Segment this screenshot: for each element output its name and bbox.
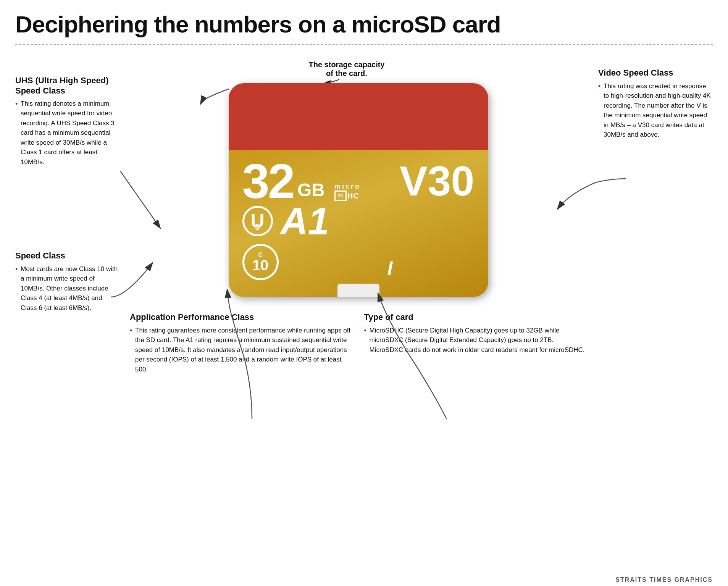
sd-card: 32 GB micro SD HC — [229, 83, 488, 297]
app-performance-section: Application Performance Class This ratin… — [130, 312, 353, 374]
capacity-number: 32 — [242, 157, 294, 206]
capacity-unit: GB — [297, 179, 325, 200]
page-container: Deciphering the numbers on a microSD car… — [0, 0, 728, 586]
type-of-card-title: Type of card — [364, 312, 587, 322]
video-speed-title: Video Speed Class — [598, 68, 713, 78]
uhs-badge: U 3 — [242, 206, 273, 236]
uhs-section: UHS (Ultra High Speed) Speed Class This … — [15, 76, 118, 167]
footer: STRAITS TIMES GRAPHICS — [615, 576, 713, 583]
v30-badge: V30 — [400, 160, 475, 202]
speed-class-number: 10 — [252, 258, 268, 273]
video-speed-bullet: This rating was created in response to h… — [598, 81, 713, 140]
app-performance-bullet: This rating guarantees more consistent p… — [130, 326, 353, 375]
sd-hc-row: SD HC — [334, 190, 361, 201]
speed-class-badge: C 10 — [242, 244, 279, 280]
sd-square-text: SD — [337, 194, 343, 199]
speed-class-title: Speed Class — [15, 251, 118, 261]
u-letter: U 3 — [250, 211, 264, 231]
micro-sd-logo: micro SD HC — [334, 182, 361, 202]
card-row1: 32 GB micro SD HC — [242, 157, 475, 206]
uhs-title: UHS (Ultra High Speed) Speed Class — [15, 76, 118, 96]
speed-class-bullet: Most cards are now Class 10 with a minim… — [15, 264, 118, 313]
type-of-card-bullet: MicroSDHC (Secure Digital High Capacity)… — [364, 326, 587, 355]
uhs-bullet-text: This rating denotes a minimum sequential… — [15, 99, 118, 167]
divider — [15, 44, 713, 45]
app-performance-title: Application Performance Class — [130, 312, 353, 322]
storage-arrow-svg — [229, 60, 488, 83]
a1-badge: A1 — [281, 202, 329, 240]
content-area: UHS (Ultra High Speed) Speed Class This … — [15, 60, 713, 576]
right-column: Video Speed Class This rating was create… — [594, 60, 713, 576]
card-body-gold: 32 GB micro SD HC — [229, 150, 488, 297]
page-title: Deciphering the numbers on a microSD car… — [15, 11, 713, 37]
card-notch — [337, 284, 379, 297]
center-column: The storage capacity of the card. — [122, 60, 594, 576]
type-of-card-section: Type of card MicroSDHC (Secure Digital H… — [364, 312, 587, 374]
storage-annotation-area: The storage capacity of the card. — [229, 60, 488, 83]
roman-numeral: I — [387, 257, 475, 279]
speed-class-section: Speed Class Most cards are now Class 10 … — [15, 251, 118, 313]
video-speed-section: Video Speed Class This rating was create… — [598, 68, 713, 139]
hc-letters: HC — [347, 191, 359, 200]
uhs-class-number: 3 — [255, 223, 260, 231]
left-column: UHS (Ultra High Speed) Speed Class This … — [15, 60, 122, 576]
card-top-red — [229, 83, 488, 150]
bottom-annotations: Application Performance Class This ratin… — [130, 312, 587, 374]
sd-square: SD — [334, 190, 347, 201]
micro-text: micro — [334, 182, 361, 191]
